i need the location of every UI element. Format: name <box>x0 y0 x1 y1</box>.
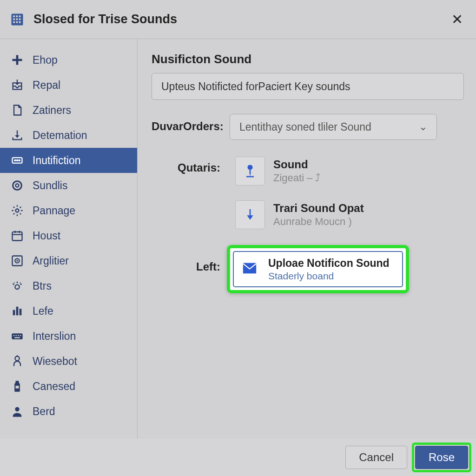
sidebar-item-berd[interactable]: Berd <box>0 399 137 424</box>
qutaris-row: Qutaris: SoundZigeati – ⤴Trari Sound Opa… <box>152 153 464 233</box>
svg-rect-2 <box>16 15 18 17</box>
svg-rect-22 <box>12 333 22 339</box>
sidebar-item-label: Ehop <box>33 54 58 66</box>
option-text: SoundZigeati – ⤴ <box>273 158 321 184</box>
sidebar-item-pannage[interactable]: Pannage <box>0 198 137 223</box>
svg-rect-1 <box>13 15 15 17</box>
svg-rect-17 <box>13 232 22 241</box>
sidebar-item-repal[interactable]: Repal <box>0 73 137 98</box>
svg-point-12 <box>16 159 18 161</box>
option-subtitle: Aunrabe Moucn ) <box>273 216 364 228</box>
svg-point-20 <box>16 260 18 262</box>
upload-text: Uploae Notificon Sound Staderly boand <box>268 257 390 282</box>
dialog-header: Slosed for Trise Sounds ✕ <box>0 0 476 39</box>
app-grid-icon <box>10 13 24 26</box>
option-title: Sound <box>273 158 321 171</box>
sidebar-item-arglitier[interactable]: Arglitier <box>0 248 137 273</box>
svg-rect-9 <box>19 21 21 23</box>
sidebar-item-canesed[interactable]: Canesed <box>0 374 137 399</box>
left-label: Left: <box>152 246 230 288</box>
svg-rect-24 <box>16 335 17 336</box>
sidebar-item-label: Lefe <box>33 305 53 317</box>
option-stack: SoundZigeati – ⤴Trari Sound OpatAunrabe … <box>230 153 370 233</box>
svg-rect-4 <box>13 18 15 20</box>
option-subtitle: Zigeati – ⤴ <box>273 172 321 184</box>
sidebar-item-interslion[interactable]: Interslion <box>0 324 137 349</box>
upload-highlight: Uploae Notificon Sound Staderly boand <box>227 245 409 293</box>
svg-rect-3 <box>19 15 21 17</box>
robot-icon <box>10 354 24 368</box>
sound-name-input[interactable] <box>152 73 464 100</box>
order-row: DuvarOrders: Lentithay soned tliler Soun… <box>152 114 464 140</box>
svg-point-16 <box>16 209 19 212</box>
pin-icon <box>235 157 265 185</box>
svg-point-13 <box>19 159 20 161</box>
svg-rect-27 <box>14 337 20 338</box>
svg-point-30 <box>15 407 19 411</box>
bars-icon <box>10 304 24 318</box>
qutaris-label: Qutaris: <box>152 153 230 183</box>
order-select[interactable]: Lentithay soned tliler Sound ⌄ <box>230 114 437 140</box>
sidebar-item-btrs[interactable]: Btrs <box>0 273 137 298</box>
svg-rect-6 <box>19 18 21 20</box>
option-title: Trari Sound Opat <box>273 202 364 215</box>
sidebar-item-label: Houst <box>33 230 60 242</box>
apply-button[interactable]: Rose <box>415 446 468 469</box>
upload-subtitle: Staderly boand <box>268 271 390 282</box>
sidebar-item-label: Repal <box>33 79 60 92</box>
dialog-body: EhopRepalZatinersDetemationInutifictionS… <box>0 39 476 439</box>
sidebar-item-label: Arglitier <box>33 255 69 267</box>
user-icon <box>10 404 24 418</box>
svg-rect-25 <box>18 335 19 336</box>
sidebar-item-label: Zatiners <box>33 104 71 117</box>
option-text: Trari Sound OpatAunrabe Moucn ) <box>273 202 364 228</box>
svg-point-21 <box>15 285 19 289</box>
calendar-icon <box>10 229 24 243</box>
sidebar-item-wiesebot[interactable]: Wiesebot <box>0 349 137 374</box>
svg-rect-31 <box>246 176 254 178</box>
sidebar-item-label: Berd <box>33 405 55 418</box>
sidebar-item-label: Detemation <box>33 129 87 142</box>
sidebar-item-sundlis[interactable]: Sundlis <box>0 173 137 198</box>
svg-rect-7 <box>13 21 15 23</box>
gear-icon <box>10 204 24 218</box>
disk-icon <box>10 254 24 268</box>
sidebar-item-ehop[interactable]: Ehop <box>0 47 137 73</box>
circle-icon <box>10 178 24 192</box>
sidebar-item-label: Canesed <box>33 380 75 393</box>
sidebar-item-label: Pannage <box>33 205 75 217</box>
bright-icon <box>10 279 24 293</box>
svg-point-14 <box>13 181 22 190</box>
bottle-icon <box>10 379 24 393</box>
close-button[interactable]: ✕ <box>448 11 466 28</box>
svg-rect-8 <box>16 21 18 23</box>
sidebar: EhopRepalZatinersDetemationInutifictionS… <box>0 39 138 439</box>
sidebar-item-detemation[interactable]: Detemation <box>0 123 137 148</box>
chevron-down-icon: ⌄ <box>419 121 427 133</box>
upload-title: Uploae Notificon Sound <box>268 257 390 270</box>
inbox-icon <box>10 78 24 92</box>
section-title: Nusificton Sound <box>152 52 464 66</box>
settings-dialog: Slosed for Trise Sounds ✕ EhopRepalZatin… <box>0 0 476 476</box>
keyboard-icon <box>10 329 24 343</box>
svg-rect-26 <box>20 335 21 336</box>
mail-icon <box>240 260 260 278</box>
doc-icon <box>10 103 24 117</box>
sidebar-item-label: Sundlis <box>33 179 67 192</box>
upload-sound-button[interactable]: Uploae Notificon Sound Staderly boand <box>233 251 403 287</box>
svg-rect-29 <box>16 386 19 389</box>
sound-option[interactable]: Trari Sound OpatAunrabe Moucn ) <box>230 197 370 233</box>
dialog-title: Slosed for Trise Sounds <box>33 12 448 26</box>
order-label: DuvarOrders: <box>152 114 230 139</box>
notif-icon <box>10 153 24 167</box>
main-panel: Nusificton Sound DuvarOrders: Lentithay … <box>138 39 476 439</box>
sidebar-item-houst[interactable]: Houst <box>0 223 137 248</box>
svg-rect-23 <box>13 335 14 336</box>
sidebar-item-inutifiction[interactable]: Inutifiction <box>0 148 137 173</box>
close-icon: ✕ <box>451 11 463 27</box>
sound-option[interactable]: SoundZigeati – ⤴ <box>230 153 370 189</box>
sidebar-item-label: Btrs <box>33 280 52 292</box>
cancel-button[interactable]: Cancel <box>345 446 407 469</box>
sidebar-item-zatiners[interactable]: Zatiners <box>0 98 137 123</box>
sidebar-item-lefe[interactable]: Lefe <box>0 298 137 324</box>
